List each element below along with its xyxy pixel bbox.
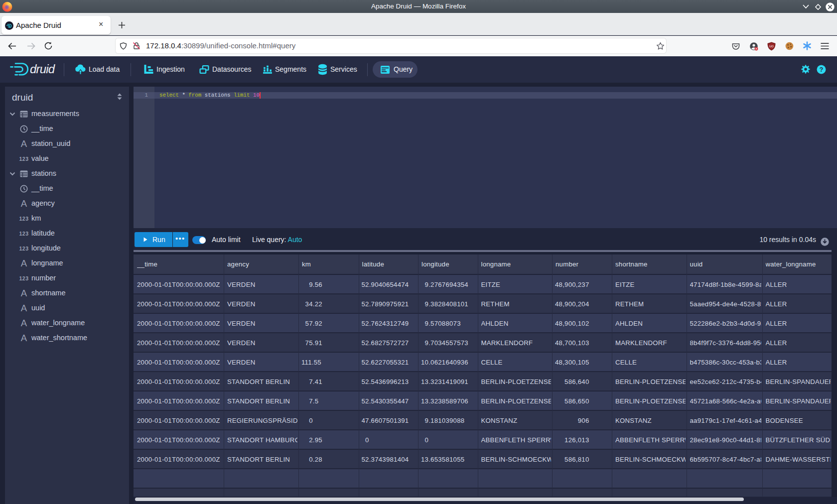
svg-text:?: ? [820, 66, 824, 73]
svg-text:UO: UO [769, 45, 774, 48]
